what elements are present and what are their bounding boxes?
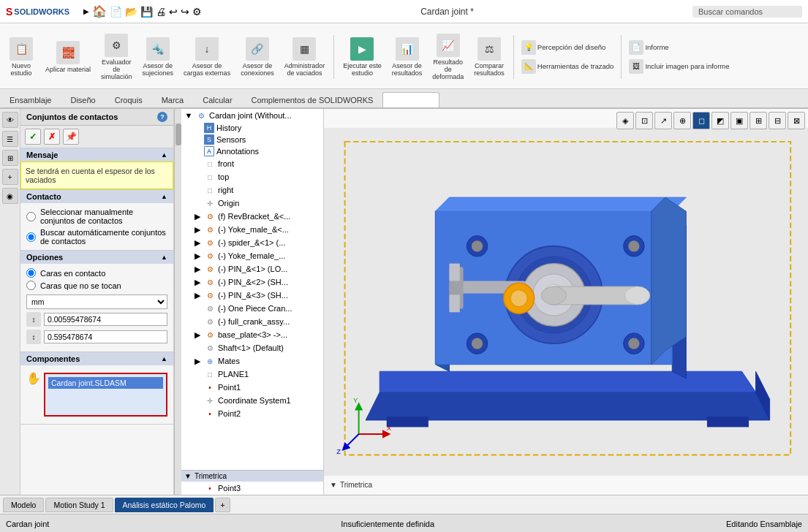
tree-right[interactable]: □ right	[181, 183, 323, 197]
vp-btn-5[interactable]: ◻	[692, 112, 710, 129]
vp-btn-1[interactable]: ◈	[616, 112, 634, 129]
new-doc-icon[interactable]: 📄	[110, 6, 122, 18]
tree-mates[interactable]: ▶ ⊕ Mates	[181, 354, 323, 368]
tab-simulation[interactable]: Simulation	[382, 92, 439, 107]
tree-point3[interactable]: • Point3	[181, 482, 323, 495]
ribbon-btn-loads[interactable]: ↓ Asesor de cargas externas	[179, 34, 235, 80]
contacto-collapse[interactable]: ▲	[161, 193, 167, 200]
vp-btn-8[interactable]: ⊞	[750, 112, 767, 129]
tree-top[interactable]: □ top	[181, 170, 323, 183]
mensaje-header[interactable]: Mensaje ▲	[20, 148, 173, 162]
unit-select[interactable]: mm	[26, 294, 167, 309]
ribbon-btn-new-study[interactable]: 📋 Nuevo estudio	[3, 34, 39, 80]
ribbon-btn-material[interactable]: 🧱 Aplicar material	[41, 38, 95, 76]
ribbon-btn-deform[interactable]: 📈 Resultado de deformada	[428, 31, 468, 83]
tree-front[interactable]: □ front	[181, 157, 323, 170]
ribbon-btn-trace[interactable]: 📐 Herramientas de trazado	[518, 58, 617, 75]
tab-croquis[interactable]: Croquis	[105, 92, 152, 107]
radio-faces-contact[interactable]: Caras en contacto	[26, 268, 167, 278]
tab-diseno[interactable]: Diseño	[61, 92, 105, 107]
ribbon-btn-sim[interactable]: ⚙ Evaluador de simulación	[97, 31, 137, 83]
help-icon[interactable]: ?	[157, 112, 167, 122]
component-item-1[interactable]: Cardan joint.SLDASM	[48, 377, 163, 389]
ribbon-btn-connections[interactable]: 🔗 Asesor de conexiones	[236, 34, 279, 80]
radio-faces-no-touch[interactable]: Caras que no se tocan	[26, 281, 167, 290]
vp-btn-3[interactable]: ↗	[654, 112, 672, 129]
components-box[interactable]: Cardan joint.SLDASM	[44, 373, 167, 417]
vp-btn-6[interactable]: ◩	[711, 112, 729, 129]
view-expand-arrow[interactable]: ▼	[330, 481, 337, 489]
tab-marca[interactable]: Marca	[152, 92, 194, 107]
ribbon-btn-run[interactable]: ▶ Ejecutar este estudio	[339, 34, 386, 80]
ok-button[interactable]: ✓	[25, 129, 41, 145]
vp-btn-2[interactable]: ⊡	[635, 112, 653, 129]
tree-root[interactable]: ▼ ⚙ Cardan joint (Without...	[181, 109, 323, 122]
search-button[interactable]: Buscar comandos	[692, 6, 802, 18]
icon-view-3[interactable]: ⊞	[2, 150, 18, 166]
viewport[interactable]: ◈ ⊡ ↗ ⊕ ◻ ◩ ▣ ⊞ ⊟ ⊠	[324, 109, 808, 495]
radio-notouch-input[interactable]	[26, 281, 36, 290]
radio-contact-input[interactable]	[26, 268, 36, 278]
tree-yokemale[interactable]: ▶ ⚙ (-) Yoke_male_&<...	[181, 223, 323, 236]
tree-onepiece[interactable]: ⚙ (-) One Piece Cran...	[181, 302, 323, 315]
ribbon-btn-perception[interactable]: 💡 Percepción del diseño	[518, 39, 617, 56]
tree-baseplate[interactable]: ▶ ⚙ base_plate<3> ->...	[181, 328, 323, 341]
ribbon-btn-mesh[interactable]: ▦ Administrador de vaciados	[280, 34, 330, 80]
tree-pin3[interactable]: ▶ ⚙ (-) PIN_&<3> (SH...	[181, 289, 323, 302]
opciones-header[interactable]: Opciones ▲	[20, 251, 173, 264]
tab-ensamblaje[interactable]: Ensamblaje	[0, 92, 61, 107]
tree-spider[interactable]: ▶ ⚙ (-) spider_&<1> (...	[181, 236, 323, 249]
tab-analisis-estatico[interactable]: Análisis estático Palomo	[115, 498, 214, 512]
add-study-btn[interactable]: +	[215, 498, 230, 512]
tree-plane1[interactable]: □ PLANE1	[181, 368, 323, 381]
tree-shaft[interactable]: ⚙ Shaft<1> (Default)	[181, 341, 323, 354]
tree-origin[interactable]: ✛ Origin	[181, 197, 323, 210]
tree-annotations[interactable]: A Annotations	[181, 145, 323, 157]
ribbon-btn-results[interactable]: 📊 Asesor de resultados	[388, 34, 427, 80]
vp-btn-9[interactable]: ⊟	[769, 112, 786, 129]
tree-revbracket[interactable]: ▶ ⚙ (f) RevBracket_&<...	[181, 210, 323, 223]
icon-view-1[interactable]: 👁	[2, 112, 18, 128]
vp-btn-4[interactable]: ⊕	[673, 112, 691, 129]
icon-view-2[interactable]: ☰	[2, 131, 18, 147]
radio-auto-input[interactable]	[26, 232, 36, 242]
tree-coordsys1[interactable]: ✛ Coordinate System1	[181, 394, 323, 407]
pin-button[interactable]: 📌	[63, 129, 79, 145]
vp-btn-7[interactable]: ▣	[730, 112, 748, 129]
tree-point1[interactable]: • Point1	[181, 381, 323, 394]
tab-complementos[interactable]: Complementos de SOLIDWORKS	[242, 92, 383, 107]
tree-pin2[interactable]: ▶ ⚙ (-) PIN_&<2> (SH...	[181, 276, 323, 289]
icon-view-5[interactable]: ◉	[2, 188, 18, 204]
tree-pin1[interactable]: ▶ ⚙ (-) PIN_&<1> (LO...	[181, 262, 323, 276]
icon-view-4[interactable]: +	[2, 169, 18, 185]
save-icon[interactable]: 💾	[140, 6, 153, 18]
print-icon[interactable]: 🖨	[156, 6, 166, 18]
tree-point2[interactable]: • Point2	[181, 407, 323, 420]
componentes-collapse[interactable]: ▲	[161, 355, 167, 362]
ribbon-btn-fixtures[interactable]: 🔩 Asesor de sujeciones	[138, 34, 178, 80]
opciones-collapse[interactable]: ▲	[161, 254, 167, 261]
tree-yokefemale[interactable]: ▶ ⚙ (-) Yoke_female_...	[181, 249, 323, 262]
tree-history[interactable]: H History	[181, 122, 323, 134]
expand-root[interactable]: ▼	[184, 111, 193, 120]
tab-calcular[interactable]: Calcular	[193, 92, 241, 107]
radio-auto[interactable]: Buscar automáticamente conjuntos de cont…	[26, 228, 167, 246]
mensaje-collapse[interactable]: ▲	[161, 151, 167, 159]
tree-sensors[interactable]: S Sensors	[181, 134, 323, 145]
ribbon-btn-img[interactable]: 🖼 Incluir imagen para informe	[626, 58, 758, 75]
tab-motion-study[interactable]: Motion Study 1	[45, 498, 113, 512]
redo-icon[interactable]: ↪	[181, 6, 189, 18]
tree-fullcrank[interactable]: ⚙ (-) full_crank_assy...	[181, 315, 323, 328]
home-icon[interactable]: 🏠	[92, 4, 107, 18]
contacto-header[interactable]: Contacto ▲	[20, 190, 173, 203]
pm-scrollbar[interactable]	[174, 109, 181, 495]
tab-modelo[interactable]: Modelo	[3, 498, 44, 512]
radio-manual[interactable]: Seleccionar manualmente conjuntos de con…	[26, 208, 167, 225]
settings-icon[interactable]: ⚙	[192, 6, 202, 18]
open-icon[interactable]: 📂	[125, 6, 137, 18]
radio-manual-input[interactable]	[26, 212, 36, 221]
ribbon-btn-report[interactable]: 📄 Informe	[626, 39, 758, 56]
ribbon-btn-compare[interactable]: ⚖ Comparar resultados	[469, 34, 509, 80]
vp-btn-10[interactable]: ⊠	[788, 112, 805, 129]
value1-input[interactable]	[44, 313, 167, 326]
